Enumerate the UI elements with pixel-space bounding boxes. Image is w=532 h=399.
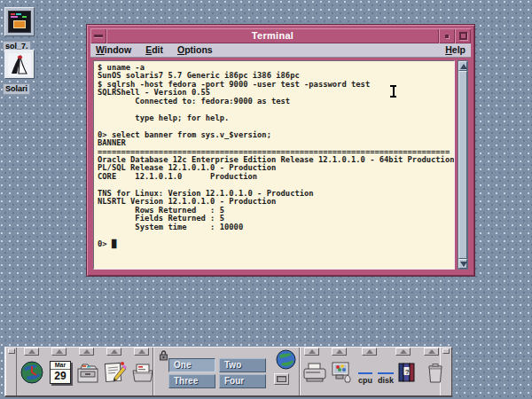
subpanel-tab-help[interactable] [395, 348, 411, 356]
panel-file-manager-button[interactable] [74, 357, 101, 387]
subpanel-tab-clock[interactable] [24, 348, 39, 356]
mouse-ibeam-cursor [389, 85, 397, 98]
window-title: Terminal [106, 28, 439, 43]
file-manager-icon [75, 360, 100, 385]
terminal-client-area: $ uname -a SunOS solaris7 5.7 Generic i8… [90, 58, 471, 272]
scroll-down-icon[interactable] [458, 259, 467, 269]
cpu-meter-label: cpu [358, 376, 372, 385]
menubar: Window Edit Options Help [90, 43, 471, 58]
subpanel-tab-perf[interactable] [362, 348, 377, 356]
subpanel-tab-trash[interactable] [424, 348, 439, 356]
panel-text-editor-button[interactable] [102, 357, 129, 387]
subpanel-tab-printer[interactable] [304, 348, 319, 356]
panel-help-button[interactable]: ? [394, 357, 420, 387]
trash-icon [425, 360, 446, 385]
subpanel-tab-editor[interactable] [106, 348, 121, 356]
subpanel-tab-style[interactable] [332, 348, 347, 356]
performance-meter-icon: cpu disk [358, 372, 394, 385]
scroll-up-icon[interactable] [458, 61, 467, 71]
workspace-button-four[interactable]: Four [219, 374, 266, 388]
menu-window[interactable]: Window [96, 43, 131, 57]
disk-meter-label: disk [378, 376, 394, 385]
workspace-button-two[interactable]: Two [219, 358, 266, 372]
panel-style-manager-button[interactable] [330, 357, 356, 387]
minimize-button[interactable] [439, 28, 455, 43]
scrollbar-thumb[interactable] [458, 71, 467, 259]
browser-globe-icon[interactable] [276, 349, 296, 370]
panel-printer-button[interactable] [301, 357, 328, 387]
desktop-icon-solaris[interactable]: Solari [3, 50, 38, 95]
window-menu-icon [94, 35, 103, 37]
text-editor-icon [102, 359, 129, 386]
style-manager-icon [330, 359, 356, 386]
panel-trash-button[interactable] [422, 357, 449, 387]
window-menu-button[interactable] [90, 28, 106, 43]
exit-button[interactable] [274, 373, 289, 385]
panel-clock-button[interactable] [19, 357, 45, 387]
svg-text:?: ? [405, 368, 410, 376]
workspace-button-one[interactable]: One [168, 358, 215, 372]
subpanel-tab-mail[interactable] [134, 348, 149, 356]
calendar-month: Mar [51, 362, 70, 370]
maximize-icon [459, 32, 467, 40]
desktop-icon-label: Solari [3, 83, 30, 95]
menu-edit[interactable]: Edit [145, 43, 163, 57]
subpanel-tab-files[interactable] [79, 348, 94, 356]
lock-icon[interactable] [159, 350, 168, 361]
minimize-icon [445, 35, 449, 38]
front-panel: Mar 29 [4, 347, 452, 397]
panel-calendar-button[interactable]: Mar 29 [47, 357, 74, 387]
java-duke-icon[interactable] [4, 50, 35, 79]
maximize-button[interactable] [455, 28, 471, 43]
terminal-window: Terminal Window Edit Options Help $ unam… [86, 24, 475, 277]
printer-icon [301, 361, 328, 384]
clock-globe-icon [20, 360, 44, 385]
titlebar[interactable]: Terminal [90, 28, 471, 43]
menu-help[interactable]: Help [445, 43, 466, 57]
terminal-text-area[interactable]: $ uname -a SunOS solaris7 5.7 Generic i8… [93, 60, 455, 270]
help-viewer-icon: ? [395, 360, 419, 385]
terminal-output: $ uname -a SunOS solaris7 5.7 Generic i8… [94, 61, 454, 248]
panel-left-handle[interactable] [5, 348, 17, 395]
console-screen-icon[interactable] [4, 7, 35, 36]
subpanel-tab-calendar[interactable] [51, 348, 66, 356]
calendar-icon: Mar 29 [50, 361, 71, 384]
calendar-day: 29 [51, 370, 70, 383]
menu-options[interactable]: Options [177, 43, 213, 57]
exit-icon [277, 376, 286, 382]
panel-performance-button[interactable]: cpu disk [358, 357, 394, 387]
desktop-icon-sol7[interactable]: sol_7. [3, 7, 38, 52]
scrollbar[interactable] [458, 60, 468, 270]
workspace-button-three[interactable]: Three [168, 374, 215, 388]
